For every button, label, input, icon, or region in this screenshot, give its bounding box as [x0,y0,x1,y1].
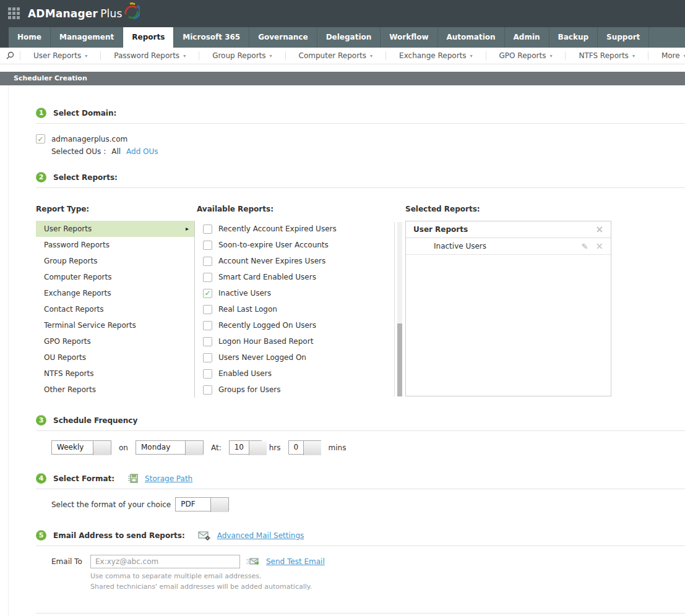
report-type-gpo-reports[interactable]: GPO Reports [36,333,194,349]
divider [36,430,685,431]
arrow-right-icon: ▸ [186,221,189,237]
step2-heading: 2 Select Reports: [36,172,685,182]
on-label: on [119,443,128,452]
report-type-contact-reports[interactable]: Contact Reports [36,301,194,317]
report-type-computer-reports[interactable]: Computer Reports [36,269,194,285]
report-type-header: Report Type: [36,205,195,213]
format-row: Select the format of your choice PDF [51,497,685,511]
brand-swirl-icon [124,2,140,19]
edit-icon[interactable]: ✎ [582,242,588,250]
report-type-group-reports[interactable]: Group Reports [36,253,194,269]
report-checkbox[interactable] [203,273,212,282]
step2-title: Select Reports: [53,173,118,182]
report-checkbox[interactable] [203,353,212,362]
report-checkbox[interactable] [203,305,212,314]
report-checkbox-checked[interactable]: ✓ [203,289,212,298]
subnav-more[interactable]: More▾ [648,51,685,60]
tab-management[interactable]: Management [51,27,123,48]
tab-microsoft-365[interactable]: Microsoft 365 [174,27,249,48]
tab-delegation[interactable]: Delegation [317,27,381,48]
domain-checkbox[interactable]: ✓ [36,134,45,143]
report-type-ou-reports[interactable]: OU Reports [36,349,194,366]
search-icon[interactable] [0,51,20,60]
selected-report-label: Inactive Users [434,242,486,250]
hour-select[interactable]: 10 [229,440,262,455]
subnav-computer-reports[interactable]: Computer Reports▾ [285,51,386,60]
day-select[interactable]: Monday [136,440,204,455]
subnav-exchange-reports[interactable]: Exchange Reports▾ [386,51,486,60]
chevron-down-icon: ▾ [549,53,552,59]
add-ous-link[interactable]: Add OUs [126,147,158,156]
main-nav: Home Management Reports Microsoft 365 Go… [0,27,685,48]
report-type-password-reports[interactable]: Password Reports [36,237,194,253]
tab-support[interactable]: Support [598,27,649,48]
chevron-down-icon: ▾ [270,53,272,59]
close-icon[interactable]: × [595,225,603,234]
available-reports-list: Recently Account Expired Users Soon-to-e… [197,221,402,398]
frequency-select[interactable]: Weekly [51,440,111,455]
report-type-terminal-service-reports[interactable]: Terminal Service Reports [36,317,194,333]
report-checkbox[interactable] [203,225,212,234]
step3-badge: 3 [36,415,46,426]
report-checkbox[interactable] [203,321,212,330]
email-to-input[interactable] [90,555,240,568]
report-checkbox[interactable] [203,369,212,379]
scheduler-form: 1 Select Domain: ✓ admanagerplus.com Sel… [0,85,685,592]
subnav-group-reports[interactable]: Group Reports▾ [199,51,285,60]
page-title: Scheduler Creation [0,72,685,85]
subnav-gpo-reports[interactable]: GPO Reports▾ [486,51,566,60]
subnav-user-reports[interactable]: User Reports▾ [20,51,100,60]
tab-automation[interactable]: Automation [438,27,505,48]
selected-ous-value: All [111,147,121,156]
chevron-down-icon: ▾ [470,53,473,59]
chevron-down-icon: ▾ [370,53,373,59]
report-checkbox[interactable] [203,337,212,346]
subnav-password-reports[interactable]: Password Reports▾ [100,51,199,60]
report-type-ntfs-reports[interactable]: NTFS Reports [36,366,194,382]
report-type-other-reports[interactable]: Other Reports [36,382,194,398]
tab-backup[interactable]: Backup [549,27,598,48]
step4-heading: 4 Select Format: Storage Path [36,473,685,484]
report-type-list: User Reports▸ Password Reports Group Rep… [36,221,195,398]
advanced-mail-settings-link[interactable]: Advanced Mail Settings [217,531,304,540]
available-report-row: Soon-to-expire User Accounts [197,237,402,253]
available-report-row: Recently Account Expired Users [197,221,402,237]
scrollbar-thumb[interactable] [397,323,402,396]
send-test-email-link[interactable]: Send Test Email [266,557,325,566]
at-label: At: [211,443,222,452]
domain-row: ✓ admanagerplus.com [36,134,685,143]
divider [36,545,685,546]
tab-governance[interactable]: Governance [249,27,317,48]
schedule-frequency-row: Weekly on Monday At: 10 hrs 0 mins [51,440,685,455]
storage-path-link[interactable]: Storage Path [145,474,192,483]
format-label: Select the format of your choice [51,500,171,509]
close-icon[interactable]: × [595,242,603,251]
available-report-row: ✓Inactive Users [197,285,402,301]
report-type-user-reports[interactable]: User Reports▸ [36,221,194,237]
tab-home[interactable]: Home [9,27,51,48]
brand-name-light: Plus [100,7,122,20]
tab-admin[interactable]: Admin [505,27,549,48]
app-grid-icon[interactable] [8,7,20,20]
report-checkbox[interactable] [203,241,212,250]
list-divider [394,222,395,396]
format-select[interactable]: PDF [175,497,229,511]
step4-badge: 4 [36,473,46,484]
chevron-down-icon [210,498,228,512]
report-type-exchange-reports[interactable]: Exchange Reports [36,285,194,301]
minute-select[interactable]: 0 [288,440,321,455]
reports-subnav: User Reports▾ Password Reports▾ Group Re… [0,48,685,64]
tab-workflow[interactable]: Workflow [381,27,437,48]
brand-name-bold: ADManager [28,7,98,20]
report-checkbox[interactable] [203,257,212,266]
scrollbar[interactable] [397,222,402,396]
mins-label: mins [329,443,347,452]
subnav-ntfs-reports[interactable]: NTFS Reports▾ [565,51,647,60]
available-reports-header: Available Reports: [197,205,402,213]
selected-reports-box: User Reports × Inactive Users ✎ × [405,221,611,396]
domain-label: admanagerplus.com [51,135,127,143]
mail-settings-icon [198,531,210,541]
selected-reports-header: Selected Reports: [405,205,611,213]
report-checkbox[interactable] [203,385,212,395]
tab-reports[interactable]: Reports [123,27,174,48]
